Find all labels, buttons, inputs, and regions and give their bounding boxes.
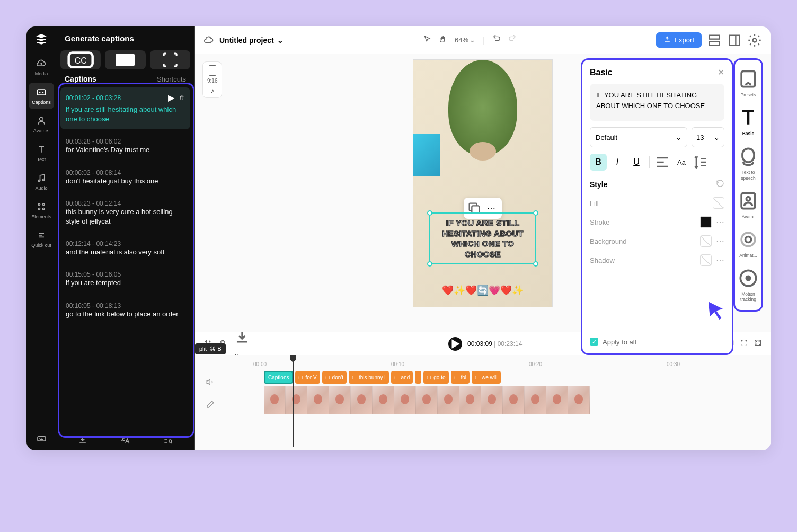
- caption-item[interactable]: 00:12:14 - 00:14:23 and the material is …: [60, 235, 190, 262]
- caption-clip[interactable]: ▢we will: [472, 371, 500, 384]
- svg-rect-14: [710, 41, 720, 45]
- underline-button[interactable]: U: [628, 154, 645, 171]
- project-title[interactable]: Untitled project ⌄: [219, 36, 284, 45]
- play-icon[interactable]: ▶: [168, 93, 174, 103]
- svg-point-24: [746, 236, 751, 242]
- svg-rect-11: [116, 54, 135, 66]
- caption-clip[interactable]: [415, 371, 421, 384]
- caption-item[interactable]: 00:03:28 - 00:06:02 for Valentine's Day …: [60, 132, 190, 160]
- aspect-ratio-badge[interactable]: 9:16 ♪: [202, 61, 222, 98]
- hand-tool-icon[interactable]: [439, 35, 447, 46]
- caption-time: 00:03:28 - 00:06:02: [66, 138, 185, 145]
- cloud-sync-icon[interactable]: [203, 35, 214, 46]
- split-tooltip: plit ⌘ B: [195, 343, 226, 354]
- panel-toggle-icon[interactable]: [727, 33, 742, 48]
- resize-handle[interactable]: [427, 210, 432, 216]
- nav-audio[interactable]: Audio: [29, 169, 54, 195]
- right-nav-basic[interactable]: Basic: [737, 103, 760, 139]
- right-nav-avatar[interactable]: Avatar: [737, 186, 760, 223]
- caption-overlay[interactable]: IF YOU ARE STILL HESITATING ABOUT WHICH …: [429, 212, 536, 264]
- font-select[interactable]: Default ⌄: [590, 127, 687, 147]
- caption-item[interactable]: 00:06:02 - 00:08:14 don't hesitate just …: [60, 164, 190, 191]
- caption-item[interactable]: 00:01:02 - 00:03:28 ▶ if you are still h…: [60, 87, 190, 129]
- caption-item[interactable]: 00:15:05 - 00:16:05 if you are tempted: [60, 265, 190, 293]
- case-button[interactable]: Aa: [673, 154, 690, 171]
- zoom-control[interactable]: 64% ⌄: [455, 36, 475, 44]
- caption-clip[interactable]: ▢this bunny i: [349, 371, 389, 384]
- undo-icon[interactable]: [492, 35, 501, 46]
- stroke-color-swatch[interactable]: [700, 216, 712, 228]
- delete-icon[interactable]: [179, 93, 185, 103]
- background-more-icon[interactable]: ⋯: [716, 236, 724, 246]
- cursor-tool-icon[interactable]: [423, 35, 431, 46]
- app-logo[interactable]: [35, 33, 48, 46]
- nav-quickcut[interactable]: Quick cut: [29, 226, 54, 252]
- nav-elements[interactable]: Elements: [29, 197, 54, 224]
- svg-point-3: [43, 179, 45, 181]
- caption-item[interactable]: 00:16:05 - 00:18:13 go to the link below…: [60, 297, 190, 324]
- shortcuts-link[interactable]: Shortcuts: [157, 75, 186, 83]
- stroke-more-icon[interactable]: ⋯: [716, 217, 724, 227]
- reset-icon[interactable]: [716, 179, 724, 190]
- translate-icon[interactable]: [120, 435, 130, 445]
- svg-point-5: [43, 203, 45, 205]
- right-nav-motion[interactable]: Motion tracking: [737, 263, 760, 305]
- video-preview[interactable]: ⋯ IF YOU ARE STILL HESITATING ABOUT WHIC…: [413, 59, 553, 307]
- caption-clip[interactable]: Captions: [264, 371, 293, 384]
- fill-color-swatch[interactable]: [713, 197, 724, 209]
- edit-track-icon[interactable]: [206, 400, 215, 411]
- keyboard-icon[interactable]: [35, 433, 48, 450]
- svg-rect-21: [741, 71, 755, 86]
- layout-icon[interactable]: [707, 33, 722, 48]
- tab-cc[interactable]: CC: [60, 50, 101, 69]
- caption-item[interactable]: 00:08:23 - 00:12:14 this bunny is very c…: [60, 194, 190, 232]
- fullscreen-icon[interactable]: [740, 339, 748, 349]
- settings-icon[interactable]: [747, 33, 762, 48]
- shadow-more-icon[interactable]: ⋯: [716, 255, 724, 265]
- download-icon[interactable]: [77, 435, 88, 445]
- search-list-icon[interactable]: [163, 435, 173, 445]
- nav-text[interactable]: Text: [29, 140, 54, 166]
- nav-captions[interactable]: Captions: [29, 83, 54, 109]
- right-nav-tts[interactable]: Text to speech: [737, 141, 760, 183]
- caption-clip[interactable]: ▢go to: [423, 371, 448, 384]
- bold-button[interactable]: B: [590, 154, 607, 171]
- timeline[interactable]: 00:00 00:10 00:20 00:30 Captions ▢for V …: [195, 355, 771, 450]
- font-size-select[interactable]: 13 ⌄: [692, 127, 724, 147]
- italic-button[interactable]: I: [609, 154, 626, 171]
- caption-clip[interactable]: ▢don't: [322, 371, 347, 384]
- caption-text-input[interactable]: IF YOU ARE STILL HESITATING ABOUT WHICH …: [590, 84, 724, 121]
- mute-track-icon[interactable]: [206, 377, 215, 389]
- resize-handle[interactable]: [533, 261, 538, 267]
- export-button[interactable]: Export: [656, 32, 702, 48]
- shadow-color-swatch[interactable]: [700, 254, 712, 266]
- elements-icon: [36, 201, 47, 212]
- align-button[interactable]: [654, 154, 671, 171]
- caption-clip[interactable]: ▢fol: [451, 371, 470, 384]
- apply-all-checkbox[interactable]: ✓: [590, 338, 598, 346]
- redo-icon[interactable]: [508, 35, 517, 46]
- basic-panel-title: Basic: [590, 68, 613, 77]
- tab-scan[interactable]: [150, 50, 190, 69]
- expand-icon[interactable]: [754, 339, 762, 349]
- nav-media[interactable]: Media: [29, 54, 54, 81]
- caption-text: if you are tempted: [66, 278, 185, 288]
- close-icon[interactable]: ✕: [718, 67, 724, 77]
- download-icon[interactable]: ⌄: [233, 329, 251, 358]
- playhead[interactable]: [293, 357, 294, 447]
- spacing-button[interactable]: [692, 154, 709, 171]
- right-nav-presets[interactable]: Presets: [737, 64, 760, 101]
- background-color-swatch[interactable]: [700, 235, 712, 247]
- play-button[interactable]: [448, 337, 462, 351]
- resize-handle[interactable]: [427, 261, 432, 267]
- video-track[interactable]: [264, 386, 771, 414]
- resize-handle[interactable]: [533, 210, 538, 216]
- basic-panel: Basic ✕ IF YOU ARE STILL HESITATING ABOU…: [581, 58, 733, 355]
- svg-point-23: [746, 197, 750, 200]
- tab-subtitle[interactable]: [105, 50, 145, 69]
- right-nav-animation[interactable]: Animat...: [737, 225, 760, 261]
- nav-avatars[interactable]: Avatars: [29, 111, 54, 138]
- timeline-ruler[interactable]: 00:00 00:10 00:20 00:30: [253, 358, 771, 371]
- caption-clip[interactable]: ▢and: [391, 371, 413, 384]
- caption-clip[interactable]: ▢for V: [295, 371, 320, 384]
